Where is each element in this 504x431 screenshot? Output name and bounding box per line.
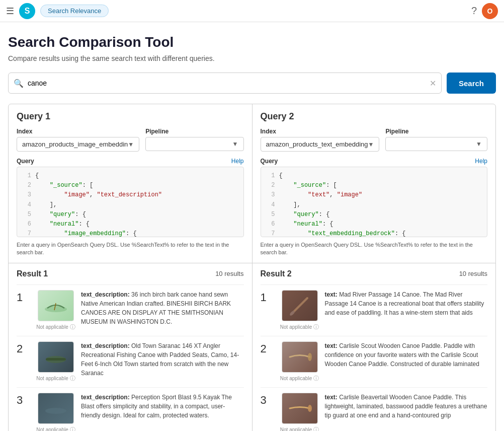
field-name: text: bbox=[325, 342, 338, 349]
result1-section: Result 1 10 results 1 Not applicable ⓘ bbox=[9, 263, 252, 431]
field-name: text_description: bbox=[81, 394, 130, 401]
info-icon[interactable]: ⓘ bbox=[313, 426, 319, 431]
query1-help-link[interactable]: Help bbox=[231, 158, 244, 165]
result2-count: 10 results bbox=[459, 270, 487, 277]
not-applicable-2: Not applicable ⓘ bbox=[36, 375, 75, 382]
result1-image-3 bbox=[38, 393, 74, 424]
code-line: 3 "image", "text_description" bbox=[21, 190, 239, 200]
query1-title: Query 1 bbox=[17, 111, 244, 122]
query2-index-value: amazon_products_text_embedding bbox=[266, 140, 368, 148]
query1-column: Query 1 Index amazon_products_image_embe… bbox=[9, 104, 253, 431]
code-line: 2 "_source": [ bbox=[21, 181, 239, 190]
query1-hint: Enter a query in OpenSearch Query DSL. U… bbox=[17, 237, 244, 263]
rank-label: 2 bbox=[261, 341, 275, 355]
result2-section: Result 2 10 results 1 Not applicable ⓘ bbox=[253, 263, 496, 431]
query2-section: Query 2 Index amazon_products_text_embed… bbox=[253, 104, 496, 263]
main-content: Search Comparison Tool Compare results u… bbox=[0, 22, 504, 431]
clear-icon[interactable]: ✕ bbox=[430, 79, 436, 88]
query1-index-group: Index amazon_products_image_embeddin ▼ bbox=[17, 128, 139, 152]
result1-item-2: 2 Not applicable ⓘ text_description: Old… bbox=[17, 336, 244, 387]
info-icon[interactable]: ⓘ bbox=[70, 375, 75, 382]
search-button[interactable]: Search bbox=[447, 73, 496, 94]
result1-img-col-1: Not applicable ⓘ bbox=[36, 290, 76, 331]
query2-help-link[interactable]: Help bbox=[475, 158, 487, 165]
page-title: Search Comparison Tool bbox=[8, 34, 496, 50]
not-applicable-3: Not applicable ⓘ bbox=[36, 426, 75, 431]
query1-pipeline-select[interactable]: ▼ bbox=[145, 137, 243, 151]
query2-query-label: Query bbox=[261, 158, 278, 165]
svg-point-7 bbox=[308, 353, 312, 361]
page-subtitle: Compare results using the same search te… bbox=[8, 54, 496, 62]
field-name: text_description: bbox=[81, 342, 130, 349]
svg-point-4 bbox=[45, 408, 66, 414]
query2-label-row: Query Help bbox=[261, 158, 488, 165]
query1-field-row: Index amazon_products_image_embeddin ▼ P… bbox=[17, 128, 244, 152]
info-icon[interactable]: ⓘ bbox=[313, 323, 319, 331]
code-line: 5 "query": { bbox=[265, 210, 483, 220]
help-icon[interactable]: ? bbox=[471, 5, 477, 17]
query2-code-editor[interactable]: 1{ 2 "_source": [ 3 "text", "image" 4 ],… bbox=[261, 167, 488, 237]
info-icon[interactable]: ⓘ bbox=[70, 323, 75, 331]
search-input[interactable] bbox=[28, 79, 430, 87]
rank-label: 3 bbox=[17, 393, 31, 407]
query2-pipeline-chevron: ▼ bbox=[476, 140, 482, 148]
query1-pipeline-label: Pipeline bbox=[145, 128, 243, 135]
result2-item-1: 1 Not applicable ⓘ text: Mad River Passa… bbox=[261, 284, 488, 336]
query2-hint: Enter a query in OpenSearch Query DSL. U… bbox=[261, 237, 488, 263]
code-line: 7 "image_embedding": { bbox=[21, 229, 239, 237]
field-name: text: bbox=[325, 394, 338, 401]
not-applicable-r2-1: Not applicable ⓘ bbox=[280, 323, 319, 331]
code-line: 6 "neural": { bbox=[265, 220, 483, 229]
field-name: text_description: bbox=[81, 291, 130, 298]
info-icon[interactable]: ⓘ bbox=[313, 375, 319, 382]
app-name-pill[interactable]: Search Relevance bbox=[40, 5, 109, 17]
svg-rect-3 bbox=[46, 358, 66, 361]
code-line: 4 ], bbox=[265, 200, 483, 210]
search-icon: 🔍 bbox=[14, 79, 24, 88]
rank-label: 1 bbox=[17, 290, 31, 304]
query2-field-row: Index amazon_products_text_embedding ▼ P… bbox=[261, 128, 488, 152]
result2-item-2: 2 Not applicable ⓘ text: Carlisle Scout … bbox=[261, 336, 488, 387]
code-line: 5 "query": { bbox=[21, 210, 239, 220]
result1-title: Result 1 bbox=[17, 269, 48, 278]
result1-item-3: 3 Not applicable ⓘ text_description: Per… bbox=[17, 387, 244, 431]
code-line: 1{ bbox=[21, 171, 239, 181]
result2-text-3: text: Carlisle Beavertail Wooden Canoe P… bbox=[325, 393, 488, 420]
user-avatar[interactable]: O bbox=[482, 3, 498, 19]
code-line: 1{ bbox=[265, 171, 483, 181]
query1-index-select[interactable]: amazon_products_image_embeddin ▼ bbox=[17, 137, 139, 152]
result1-item-1: 1 Not applicable ⓘ text_description: 36 … bbox=[17, 284, 244, 336]
query1-index-chevron: ▼ bbox=[128, 141, 134, 148]
code-line: 4 ], bbox=[21, 200, 239, 210]
result-description: Carlisle Scout Wooden Canoe Paddle. Padd… bbox=[325, 342, 479, 368]
query2-pipeline-label: Pipeline bbox=[385, 128, 487, 135]
result2-image-2 bbox=[282, 341, 318, 373]
not-applicable-r2-2: Not applicable ⓘ bbox=[280, 375, 319, 382]
query1-label-row: Query Help bbox=[17, 158, 244, 165]
result2-img-col-3: Not applicable ⓘ bbox=[280, 393, 320, 431]
info-icon[interactable]: ⓘ bbox=[70, 426, 75, 431]
result1-image-1 bbox=[38, 290, 74, 321]
code-line: 7 "text_embedding_bedrock": { bbox=[265, 229, 483, 237]
query2-title: Query 2 bbox=[261, 111, 488, 122]
code-line: 6 "neural": { bbox=[21, 220, 239, 229]
svg-point-8 bbox=[308, 405, 312, 412]
rank-label: 2 bbox=[17, 341, 31, 355]
result2-image-1 bbox=[282, 290, 318, 321]
result1-text-3: text_description: Perception Sport Blast… bbox=[81, 393, 244, 420]
result-description: Mad River Passage 14 Canoe. The Mad Rive… bbox=[325, 291, 484, 316]
query2-pipeline-select[interactable]: ▼ bbox=[385, 137, 487, 151]
query1-index-value: amazon_products_image_embeddin bbox=[22, 140, 128, 148]
query2-index-group: Index amazon_products_text_embedding ▼ bbox=[261, 128, 380, 152]
not-applicable-1: Not applicable ⓘ bbox=[36, 323, 75, 331]
query2-index-label: Index bbox=[261, 128, 380, 135]
query1-pipeline-group: Pipeline ▼ bbox=[145, 128, 243, 152]
rank-label: 3 bbox=[261, 393, 275, 407]
result-description: Carlisle Beavertail Wooden Canoe Paddle.… bbox=[325, 394, 487, 419]
menu-icon[interactable]: ☰ bbox=[6, 6, 14, 17]
app-logo: S bbox=[19, 3, 35, 19]
query1-section: Query 1 Index amazon_products_image_embe… bbox=[9, 104, 252, 263]
result1-text-2: text_description: Old Town Saranac 146 X… bbox=[81, 341, 244, 378]
query1-code-editor[interactable]: 1{ 2 "_source": [ 3 "image", "text_descr… bbox=[17, 167, 244, 237]
query2-index-select[interactable]: amazon_products_text_embedding ▼ bbox=[261, 137, 380, 152]
